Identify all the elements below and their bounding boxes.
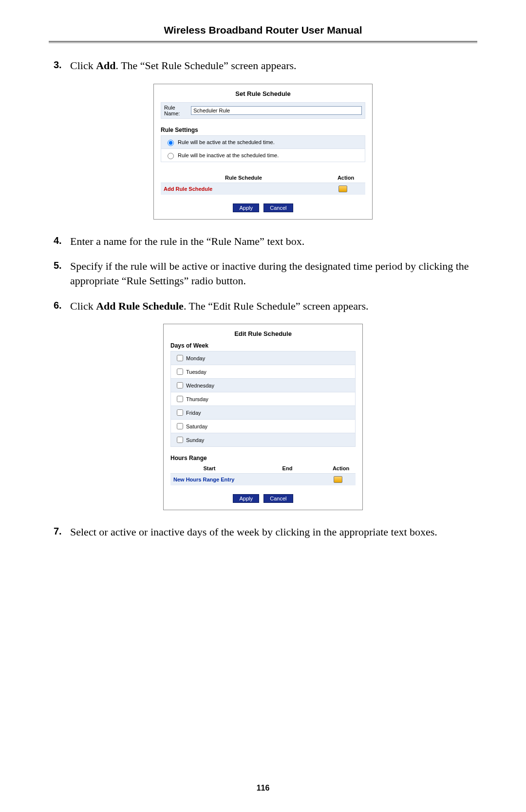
day-saturday-checkbox[interactable] [177,423,183,429]
step-bold: Add [96,59,115,72]
step-text: Click [70,59,96,72]
action-col: Action [326,465,356,471]
step-7: 7. Select or active or inactive days of … [54,525,472,539]
step-bold: Add Rule Schedule [96,300,184,312]
start-col: Start [170,465,248,471]
step-3: 3. Click Add. The “Set Rule Schedule” sc… [54,58,472,73]
step-number: 6. [54,299,70,314]
day-label: Wednesday [186,383,214,388]
cancel-button[interactable]: Cancel [263,494,293,503]
step-text: Click [70,300,96,312]
rule-name-input[interactable] [191,106,362,115]
step-text: Select or active or inactive days of the… [70,525,472,539]
day-label: Tuesday [186,369,207,375]
step-6: 6. Click Add Rule Schedule. The “Edit Ru… [54,299,472,314]
rule-inactive-radio[interactable] [168,153,174,159]
step-number: 7. [54,525,70,539]
apply-button[interactable]: Apply [233,494,259,503]
set-rule-schedule-panel: Set Rule Schedule Rule Name: Rule Settin… [153,84,373,220]
panel-title: Edit Rule Schedule [170,330,356,337]
day-monday-checkbox[interactable] [177,355,183,361]
step-text: Specify if the rule will be active or in… [70,259,472,288]
day-thursday-checkbox[interactable] [177,396,183,402]
rule-inactive-label: Rule will be inactive at the scheduled t… [178,152,279,158]
cancel-button[interactable]: Cancel [263,203,293,212]
day-label: Monday [186,355,205,361]
day-label: Sunday [186,437,204,443]
hours-range-heading: Hours Range [170,455,356,461]
step-text: . The “Set Rule Schedule” screen appears… [116,59,297,72]
apply-button[interactable]: Apply [233,203,259,212]
header-divider [49,41,477,44]
rule-active-label: Rule will be active at the scheduled tim… [178,139,275,145]
end-col: End [248,465,326,471]
add-action-icon[interactable] [338,185,347,192]
step-text: . The “Edit Rule Schedule” screen appear… [184,300,369,312]
rule-active-radio[interactable] [168,140,174,146]
step-5: 5. Specify if the rule will be active or… [54,259,472,288]
day-wednesday-checkbox[interactable] [177,382,183,388]
step-text: Enter a name for the rule in the “Rule N… [70,234,472,249]
day-label: Friday [186,410,201,416]
new-hours-range-link[interactable]: New Hours Range Entry [173,477,248,482]
step-number: 5. [54,259,70,288]
panel-title: Set Rule Schedule [161,90,365,97]
page-header: Wireless Broadband Router User Manual [49,24,477,36]
day-label: Thursday [186,396,208,402]
rule-settings-heading: Rule Settings [161,127,365,133]
days-of-week-heading: Days of Week [170,342,356,349]
add-rule-schedule-link[interactable]: Add Rule Schedule [164,186,323,192]
edit-rule-schedule-panel: Edit Rule Schedule Days of Week Monday T… [163,324,363,510]
page-number: 116 [0,784,526,793]
add-action-icon[interactable] [334,476,342,483]
day-tuesday-checkbox[interactable] [177,369,183,375]
day-friday-checkbox[interactable] [177,409,183,416]
rule-name-label: Rule Name: [164,105,191,116]
action-col: Action [326,175,365,181]
day-sunday-checkbox[interactable] [177,437,183,443]
step-number: 3. [54,58,70,73]
step-number: 4. [54,234,70,249]
day-label: Saturday [186,424,207,429]
step-4: 4. Enter a name for the rule in the “Rul… [54,234,472,249]
rule-schedule-col: Rule Schedule [161,175,326,181]
